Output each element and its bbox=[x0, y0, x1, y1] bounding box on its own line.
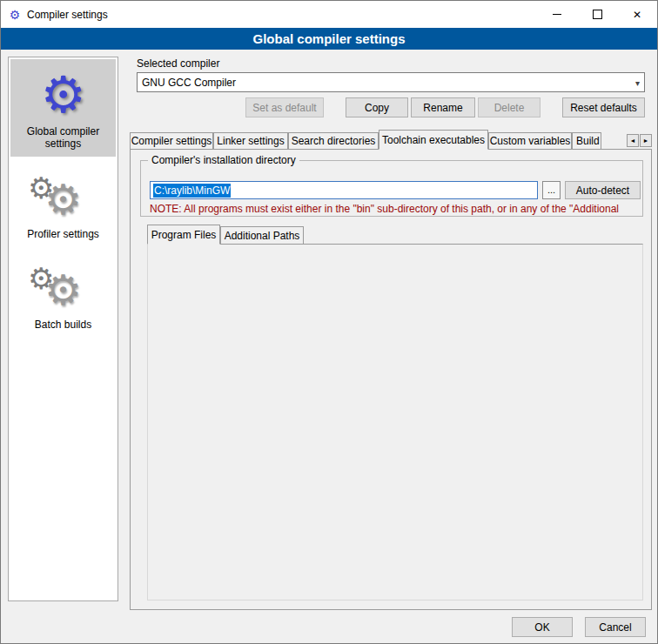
rename-button[interactable]: Rename bbox=[411, 97, 475, 117]
tab-custom-variables[interactable]: Custom variables bbox=[488, 132, 572, 150]
tab-search-directories[interactable]: Search directories bbox=[288, 132, 379, 150]
maximize-icon bbox=[593, 10, 602, 19]
installation-directory-group-title: Compiler's installation directory bbox=[148, 154, 299, 166]
installation-directory-group: Compiler's installation directory C:\ray… bbox=[140, 160, 643, 217]
minimize-button[interactable] bbox=[537, 1, 577, 28]
window-title: Compiler settings bbox=[27, 9, 108, 21]
app-icon: ⚙ bbox=[8, 8, 22, 22]
sidebar-item-batch-builds[interactable]: ⚙⚙ Batch builds bbox=[10, 258, 116, 338]
sidebar-item-label: Batch builds bbox=[12, 317, 114, 331]
profiler-icon: ⚙⚙ bbox=[12, 174, 114, 226]
delete-button[interactable]: Delete bbox=[478, 97, 540, 117]
installation-directory-browse-button[interactable]: ... bbox=[542, 181, 561, 199]
titlebar: ⚙ Compiler settings ✕ bbox=[1, 1, 657, 28]
maximize-button[interactable] bbox=[577, 1, 617, 28]
note-text: NOTE: All programs must exist either in … bbox=[150, 203, 639, 215]
sidebar-item-label: Profiler settings bbox=[12, 226, 114, 240]
cancel-button[interactable]: Cancel bbox=[585, 617, 646, 637]
tab-scroll-right-button[interactable]: ► bbox=[640, 134, 652, 147]
copy-button[interactable]: Copy bbox=[346, 97, 408, 117]
tab-linker-settings[interactable]: Linker settings bbox=[213, 132, 288, 150]
caption-buttons: ✕ bbox=[537, 1, 657, 28]
compiler-settings-window: ⚙ Compiler settings ✕ Global compiler se… bbox=[0, 0, 658, 644]
settings-sidebar: ⚙ Global compiler settings ⚙⚙ Profiler s… bbox=[8, 57, 118, 601]
subtab-program-files[interactable]: Program Files bbox=[147, 225, 220, 245]
subtab-additional-paths[interactable]: Additional Paths bbox=[220, 226, 304, 245]
page-title: Global compiler settings bbox=[1, 28, 657, 50]
sidebar-item-label: Global compiler settings bbox=[12, 124, 114, 150]
ok-button[interactable]: OK bbox=[512, 617, 573, 637]
program-files-panel bbox=[147, 244, 643, 600]
selected-compiler-value: GNU GCC Compiler bbox=[142, 77, 236, 89]
installation-directory-value: C:\raylib\MinGW bbox=[153, 184, 231, 198]
reset-defaults-button[interactable]: Reset defaults bbox=[562, 97, 645, 117]
tab-compiler-settings[interactable]: Compiler settings bbox=[130, 132, 213, 150]
tab-scroll-left-button[interactable]: ◄ bbox=[627, 134, 639, 147]
gear-icon: ⚙ bbox=[12, 66, 114, 124]
batch-builds-icon: ⚙⚙ bbox=[12, 265, 114, 317]
tab-toolchain-executables[interactable]: Toolchain executables bbox=[379, 130, 488, 150]
close-button[interactable]: ✕ bbox=[617, 1, 657, 28]
sidebar-item-global-compiler-settings[interactable]: ⚙ Global compiler settings bbox=[10, 59, 116, 157]
auto-detect-button[interactable]: Auto-detect bbox=[565, 181, 641, 199]
sidebar-item-profiler-settings[interactable]: ⚙⚙ Profiler settings bbox=[10, 167, 116, 247]
chevron-down-icon: ▾ bbox=[635, 77, 640, 87]
tab-build-clipped[interactable]: Build bbox=[572, 132, 601, 150]
selected-compiler-label: Selected compiler bbox=[137, 57, 219, 70]
installation-directory-input[interactable]: C:\raylib\MinGW bbox=[150, 181, 538, 199]
minimize-icon bbox=[553, 14, 561, 15]
selected-compiler-dropdown[interactable]: GNU GCC Compiler ▾ bbox=[137, 72, 645, 92]
set-as-default-button[interactable]: Set as default bbox=[245, 97, 324, 117]
